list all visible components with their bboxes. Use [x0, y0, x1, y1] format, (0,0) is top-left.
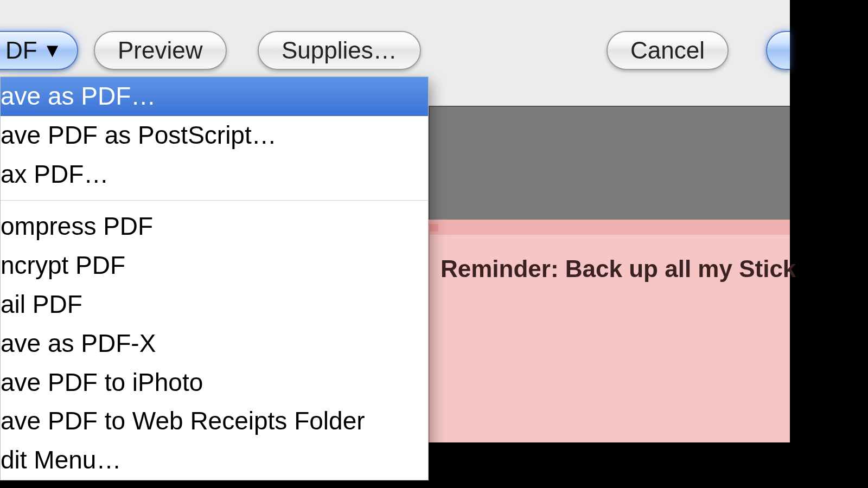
preview-button-label: Preview: [118, 37, 203, 64]
sticky-note-text: Reminder: Back up all my Stick: [430, 235, 790, 282]
chevron-down-icon: ▼: [43, 41, 62, 60]
menu-item-mail-pdf[interactable]: ail PDF: [1, 285, 428, 324]
menu-item-edit-menu[interactable]: dit Menu…: [1, 441, 428, 480]
supplies-button[interactable]: Supplies…: [258, 31, 421, 70]
menu-item-save-pdf-as-postscript[interactable]: ave PDF as PostScript…: [1, 116, 428, 155]
default-button-fragment[interactable]: [766, 31, 790, 70]
menu-item-save-as-pdf-x[interactable]: ave as PDF-X: [1, 324, 428, 363]
menu-item-compress-pdf[interactable]: ompress PDF: [1, 207, 428, 246]
background-window: [429, 106, 790, 220]
preview-button[interactable]: Preview: [94, 31, 227, 70]
cancel-button[interactable]: Cancel: [607, 31, 729, 70]
sticky-note-titlebar-fragment: [429, 224, 438, 232]
pdf-dropdown-menu: ave as PDF… ave PDF as PostScript… ax PD…: [0, 76, 429, 480]
supplies-button-label: Supplies…: [282, 37, 397, 64]
menu-item-fax-pdf[interactable]: ax PDF…: [1, 155, 428, 194]
menu-item-encrypt-pdf[interactable]: ncrypt PDF: [1, 246, 428, 285]
sticky-note[interactable]: Reminder: Back up all my Stick: [429, 220, 790, 442]
pdf-button-label: DF: [5, 37, 37, 64]
menu-item-save-pdf-to-iphoto[interactable]: ave PDF to iPhoto: [1, 363, 428, 402]
menu-item-save-pdf-to-web-receipts[interactable]: ave PDF to Web Receipts Folder: [1, 402, 428, 441]
print-dialog-area: Reminder: Back up all my Stick DF ▼ Prev…: [0, 0, 790, 442]
pdf-dropdown-button[interactable]: DF ▼: [0, 31, 78, 70]
cancel-button-label: Cancel: [630, 37, 705, 64]
menu-separator: [1, 200, 428, 201]
menu-item-save-as-pdf[interactable]: ave as PDF…: [1, 77, 428, 116]
